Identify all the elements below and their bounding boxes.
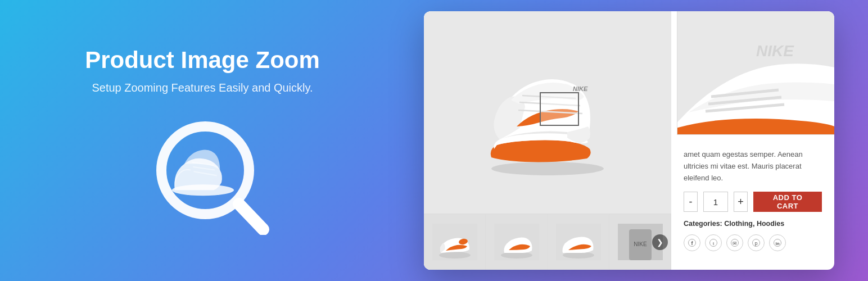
thumbnails-row: NIKE ❯ [424,214,671,270]
categories-row: Categories: Clothing, Hoodies [684,220,822,228]
quantity-minus-button[interactable]: - [684,192,698,212]
product-description: amet quam egestas semper. Aenean ultrici… [684,149,822,184]
right-panel: NIKE [371,11,834,270]
left-panel: Product Image Zoom Setup Zooming Feature… [34,35,371,246]
main-product-image: NIKE [458,39,638,185]
categories-label: Categories: [684,220,722,228]
facebook-share-button[interactable]: f [684,234,700,251]
svg-point-7 [491,162,604,175]
thumb-shoe-3 [556,224,601,260]
main-title: Product Image Zoom [85,47,320,74]
quantity-plus-button[interactable]: + [734,192,748,212]
svg-text:t: t [713,241,715,246]
svg-text:NIKE: NIKE [573,85,588,92]
thumb-shoe-1 [432,224,477,260]
banner-container: Product Image Zoom Setup Zooming Feature… [0,0,868,281]
svg-text:NIKE: NIKE [634,241,647,247]
pinterest-share-button[interactable]: p [748,234,765,251]
linkedin-share-button[interactable]: in [769,234,786,251]
email-share-button[interactable]: ✉ [726,234,743,251]
add-to-cart-row: - + ADD TO CART [684,192,822,212]
next-arrow-button[interactable]: ❯ [652,234,668,250]
svg-line-1 [239,204,263,229]
quantity-input[interactable] [703,192,728,212]
thumbnail-3[interactable] [548,214,609,270]
product-images-column: NIKE [424,11,671,270]
thumb-shoe-2 [494,224,539,260]
main-image-area: NIKE [424,11,671,214]
svg-text:f: f [691,241,694,246]
svg-text:p: p [754,241,757,246]
product-text-area: amet quam egestas semper. Aenean ultrici… [684,149,822,259]
shoe-magnifier-icon [124,111,281,235]
product-details-column: NIKE amet quam egestas semper. Aenean ul… [671,11,834,270]
social-icons-row: f t ✉ p in [684,234,822,251]
zoom-preview-area: NIKE [677,11,834,135]
twitter-share-button[interactable]: t [705,234,722,251]
product-card: NIKE [424,11,834,270]
subtitle: Setup Zooming Features Easily and Quickl… [92,81,313,94]
add-to-cart-button[interactable]: ADD TO CART [753,192,822,212]
zoom-preview-image: NIKE [677,11,834,135]
thumbnail-2[interactable] [486,214,548,270]
svg-point-13 [439,252,471,259]
svg-text:in: in [775,241,779,246]
svg-text:NIKE: NIKE [756,42,794,60]
categories-values: Clothing, Hoodies [724,220,784,228]
thumbnail-1[interactable] [424,214,486,270]
svg-text:✉: ✉ [733,241,737,246]
icon-container [124,111,281,235]
